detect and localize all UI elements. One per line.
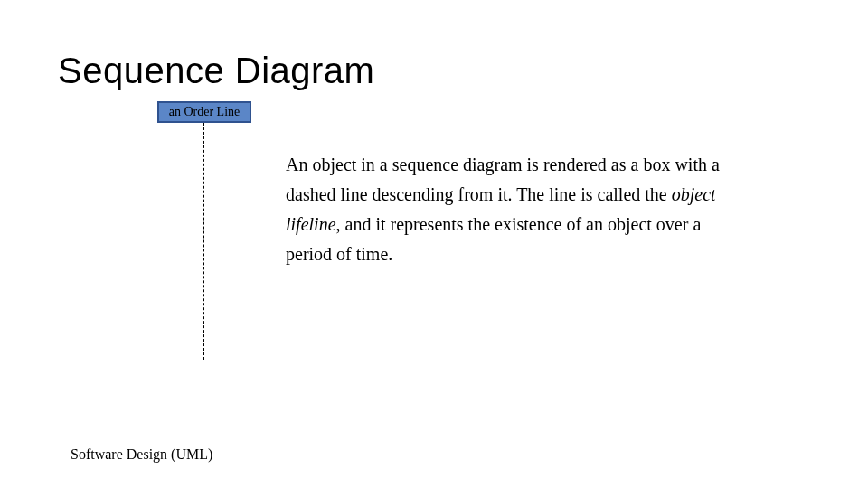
uml-lifeline bbox=[203, 123, 204, 360]
body-text-part1: An object in a sequence diagram is rende… bbox=[286, 155, 720, 204]
slide-title: Sequence Diagram bbox=[58, 51, 374, 91]
body-text-part2: , and it represents the existence of an … bbox=[286, 214, 701, 264]
slide: Sequence Diagram an Order Line An object… bbox=[0, 0, 868, 488]
body-paragraph: An object in a sequence diagram is rende… bbox=[286, 150, 720, 269]
uml-object-box: an Order Line bbox=[157, 101, 251, 123]
footer-text: Software Design (UML) bbox=[71, 446, 212, 463]
